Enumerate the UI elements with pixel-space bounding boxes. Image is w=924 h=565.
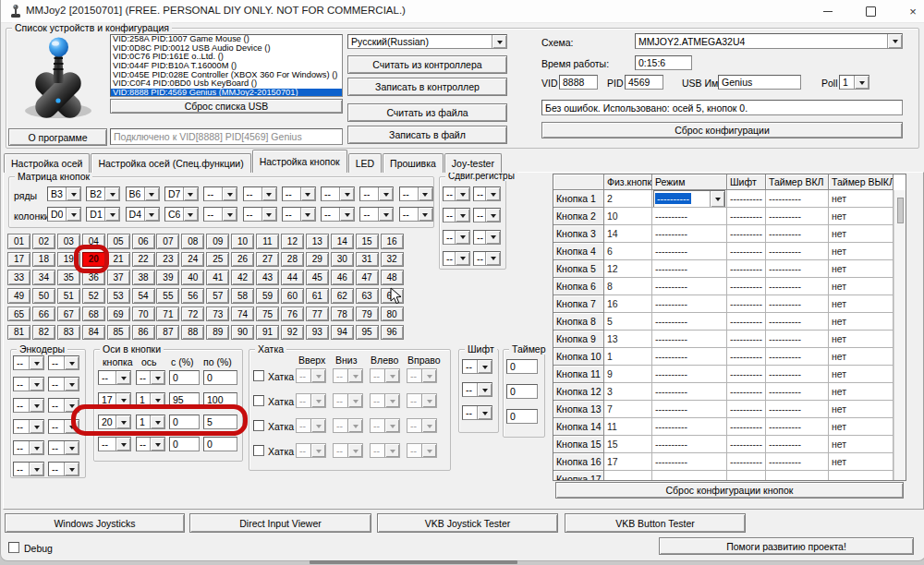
hat-enable-checkbox[interactable] — [253, 420, 264, 431]
table-cell-timer-off[interactable]: нет — [829, 453, 894, 471]
grid-button-54[interactable]: 54 — [132, 288, 155, 304]
encoder-select[interactable]: -- — [13, 462, 44, 476]
table-row-header[interactable]: Кнопка 9 — [553, 331, 604, 348]
matrix-row-pin-select[interactable]: -- — [243, 186, 277, 201]
grid-button-32[interactable]: 32 — [381, 252, 404, 268]
table-cell-timer-on[interactable]: ---------- — [766, 453, 829, 471]
dropdown-arrow-icon[interactable] — [378, 187, 393, 200]
table-row-header[interactable]: Кнопка 3 — [553, 225, 604, 243]
table-cell-shift[interactable]: ---------- — [727, 225, 766, 243]
grid-button-85[interactable]: 85 — [107, 325, 130, 341]
dropdown-arrow-icon[interactable] — [64, 420, 79, 433]
shift-register-select[interactable]: -- — [443, 251, 470, 266]
table-cell-phys[interactable]: 9 — [604, 366, 652, 383]
axis-select[interactable]: -- — [136, 370, 165, 385]
grid-button-70[interactable]: 70 — [132, 307, 155, 322]
dropdown-arrow-icon[interactable] — [66, 208, 80, 221]
grid-button-23[interactable]: 23 — [156, 252, 179, 268]
encoder-select[interactable]: -- — [48, 440, 79, 455]
table-cell-phys[interactable]: 11 — [604, 418, 652, 436]
table-cell-shift[interactable]: ---------- — [727, 383, 766, 401]
table-row-header[interactable]: Кнопка 15 — [553, 436, 604, 453]
dropdown-arrow-icon[interactable] — [339, 187, 354, 200]
matrix-row-pin-select[interactable]: B2 — [86, 186, 120, 201]
table-cell-phys[interactable]: 8 — [604, 278, 652, 295]
encoder-select[interactable]: -- — [13, 398, 44, 413]
grid-button-07[interactable]: 07 — [156, 234, 179, 249]
axis-from-percent-input[interactable]: 0 — [169, 415, 200, 429]
dropdown-arrow-icon[interactable] — [150, 393, 164, 406]
table-cell-phys[interactable]: 5 — [604, 313, 652, 331]
table-cell-timer-off[interactable]: нет — [829, 348, 894, 366]
table-row-header[interactable]: Кнопка 2 — [553, 208, 604, 225]
dropdown-arrow-icon[interactable] — [116, 393, 130, 406]
grid-button-75[interactable]: 75 — [256, 307, 279, 322]
matrix-row-pin-select[interactable]: -- — [203, 186, 237, 201]
grid-button-29[interactable]: 29 — [306, 252, 329, 268]
grid-button-11[interactable]: 11 — [256, 234, 279, 249]
reset-usb-list-button[interactable]: Сброс списка USB — [110, 99, 343, 114]
table-cell-timer-off[interactable]: нет — [829, 331, 894, 348]
dropdown-arrow-icon[interactable] — [64, 399, 79, 412]
grid-button-90[interactable]: 90 — [231, 325, 254, 341]
grid-button-80[interactable]: 80 — [381, 307, 404, 322]
table-row-header[interactable]: Кнопка 14 — [553, 418, 604, 436]
dropdown-arrow-icon[interactable] — [477, 360, 492, 373]
table-row-header[interactable]: Кнопка 6 — [553, 278, 604, 295]
grid-button-95[interactable]: 95 — [356, 325, 379, 341]
matrix-row-pin-select[interactable]: D7 — [164, 186, 199, 201]
grid-button-76[interactable]: 76 — [281, 307, 304, 322]
table-cell-mode[interactable]: ---------- — [652, 348, 727, 366]
grid-button-86[interactable]: 86 — [132, 325, 155, 341]
table-cell-phys[interactable]: 6 — [604, 243, 652, 260]
grid-button-66[interactable]: 66 — [32, 307, 55, 322]
table-cell-timer-off[interactable]: нет — [829, 295, 894, 313]
table-cell-shift[interactable]: ---------- — [727, 260, 766, 278]
table-cell-timer-off[interactable]: нет — [829, 225, 894, 243]
table-cell-phys[interactable]: 10 — [604, 208, 652, 225]
dropdown-arrow-icon[interactable] — [183, 208, 198, 221]
table-cell-shift[interactable]: ---------- — [727, 208, 766, 225]
dropdown-arrow-icon[interactable] — [492, 35, 506, 48]
table-row-header[interactable]: Кнопка 16 — [553, 453, 604, 471]
grid-button-39[interactable]: 39 — [156, 270, 179, 285]
table-cell-phys[interactable]: 16 — [604, 295, 652, 313]
table-row-header[interactable]: Кнопка 8 — [553, 313, 604, 331]
table-cell-shift[interactable]: ---------- — [727, 348, 766, 366]
table-cell-shift[interactable]: ---------- — [727, 331, 766, 348]
axis-to-percent-input[interactable]: 0 — [203, 370, 237, 385]
table-cell-phys[interactable]: 3 — [604, 383, 652, 401]
dropdown-arrow-icon[interactable] — [29, 420, 43, 433]
grid-button-94[interactable]: 94 — [331, 325, 354, 341]
dropdown-arrow-icon[interactable] — [261, 187, 276, 200]
table-cell-phys[interactable]: 7 — [604, 401, 652, 418]
dropdown-arrow-icon[interactable] — [66, 187, 80, 200]
table-cell-mode[interactable]: ---------- — [652, 418, 727, 436]
axis-select[interactable]: 1 — [136, 415, 165, 429]
shift-select[interactable]: -- — [462, 359, 492, 374]
matrix-col-pin-select[interactable]: -- — [203, 207, 237, 222]
table-cell-shift[interactable]: ---------- — [727, 366, 766, 383]
table-row-header[interactable]: Кнопка 5 — [553, 260, 604, 278]
read-from-file-button[interactable]: Считать из файла — [347, 103, 507, 122]
dropdown-arrow-icon[interactable] — [485, 231, 500, 244]
shift-select[interactable]: -- — [462, 382, 492, 397]
grid-button-15[interactable]: 15 — [356, 234, 379, 249]
table-cell-timer-off[interactable]: нет — [829, 278, 894, 295]
grid-button-96[interactable]: 96 — [381, 325, 404, 341]
table-cell-timer-on[interactable]: ---------- — [766, 208, 829, 225]
grid-button-62[interactable]: 62 — [331, 288, 354, 304]
matrix-row-pin-select[interactable]: B6 — [126, 186, 160, 201]
table-cell-mode[interactable]: ---------- — [652, 243, 727, 260]
grid-button-35[interactable]: 35 — [57, 270, 80, 285]
dropdown-arrow-icon[interactable] — [183, 187, 198, 200]
shift-register-select[interactable]: -- — [473, 230, 501, 245]
grid-button-65[interactable]: 65 — [7, 307, 30, 322]
grid-button-59[interactable]: 59 — [256, 288, 279, 304]
bottom-tool-button-2[interactable]: Direct Input Viewer — [189, 513, 371, 533]
table-cell-mode[interactable] — [652, 471, 727, 481]
matrix-col-pin-select[interactable]: -- — [243, 207, 277, 222]
shift-register-select[interactable]: -- — [473, 186, 501, 201]
grid-button-84[interactable]: 84 — [82, 325, 105, 341]
table-cell-timer-on[interactable]: ---------- — [766, 243, 829, 260]
